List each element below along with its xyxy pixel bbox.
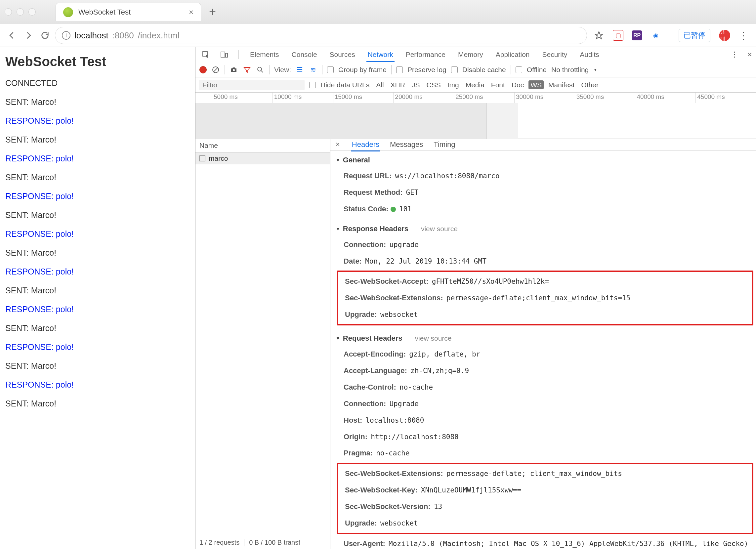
offline-label: Offline xyxy=(527,66,547,74)
devtools-close-icon[interactable]: × xyxy=(747,50,752,59)
log-line: RESPONSE: polo! xyxy=(5,380,189,390)
detail-tab-messages[interactable]: Messages xyxy=(389,139,424,150)
view-list-icon[interactable]: ☰ xyxy=(296,65,304,74)
filter-type-js[interactable]: JS xyxy=(410,80,422,89)
address-bar: i localhost:8080/index.html ▢ RP ◉ 已暂停 洪… xyxy=(0,24,756,47)
log-line: RESPONSE: polo! xyxy=(5,154,189,163)
view-source-link[interactable]: view source xyxy=(415,334,452,342)
filter-type-img[interactable]: Img xyxy=(445,80,461,89)
header-row: User-Agent: Mozilla/5.0 (Macintosh; Inte… xyxy=(330,535,756,549)
timeline-tick: 30000 ms xyxy=(514,93,575,103)
traffic-close[interactable] xyxy=(5,8,12,16)
devtools-tab-sources[interactable]: Sources xyxy=(328,48,357,61)
filter-toggle-icon[interactable] xyxy=(243,65,251,74)
devtools-tab-console[interactable]: Console xyxy=(290,48,318,61)
timeline-tick: 25000 ms xyxy=(454,93,514,103)
offline-checkbox[interactable] xyxy=(516,66,522,73)
group-by-frame-checkbox[interactable] xyxy=(327,66,334,73)
view-waterfall-icon[interactable]: ≋ xyxy=(309,65,317,74)
chrome-menu-icon[interactable]: ⋮ xyxy=(739,30,747,41)
throttling-select[interactable]: No throttling xyxy=(551,66,589,74)
bookmark-star-icon[interactable] xyxy=(594,30,604,41)
tab-close-icon[interactable]: × xyxy=(189,8,193,17)
devtools-tab-performance[interactable]: Performance xyxy=(404,48,447,61)
filter-type-doc[interactable]: Doc xyxy=(510,80,526,89)
throttling-caret-icon[interactable]: ▼ xyxy=(593,67,597,72)
clear-button[interactable] xyxy=(211,65,220,74)
log-line: SENT: Marco! xyxy=(5,323,189,333)
header-row: Date: Mon, 22 Jul 2019 10:13:44 GMT xyxy=(330,253,756,270)
devtools-menu-icon[interactable]: ⋮ xyxy=(731,50,737,59)
filter-bar: Hide data URLs AllXHRJSCSSImgMediaFontDo… xyxy=(195,77,756,93)
inspect-icon[interactable] xyxy=(201,50,210,59)
svg-rect-1 xyxy=(221,52,225,57)
preserve-log-checkbox[interactable] xyxy=(396,66,403,73)
filter-type-ws[interactable]: WS xyxy=(528,80,544,89)
timeline-tick: 10000 ms xyxy=(273,93,333,103)
reload-button[interactable] xyxy=(38,29,52,42)
filter-type-other[interactable]: Other xyxy=(579,80,601,89)
devtools-tab-security[interactable]: Security xyxy=(541,48,568,61)
detail-tab-timing[interactable]: Timing xyxy=(433,139,456,150)
url-field[interactable]: i localhost:8080/index.html xyxy=(55,27,587,44)
timeline-overview[interactable]: 5000 ms10000 ms15000 ms20000 ms25000 ms3… xyxy=(195,93,756,139)
favicon xyxy=(63,7,73,17)
paused-badge[interactable]: 已暂停 xyxy=(679,29,710,42)
hide-data-urls-checkbox[interactable] xyxy=(309,82,316,88)
filter-type-css[interactable]: CSS xyxy=(424,80,442,89)
filter-type-media[interactable]: Media xyxy=(464,80,486,89)
extension-rp-icon[interactable]: RP xyxy=(632,30,642,40)
disable-cache-checkbox[interactable] xyxy=(451,66,458,73)
device-toggle-icon[interactable] xyxy=(220,50,229,59)
devtools-tab-network[interactable]: Network xyxy=(366,48,395,62)
url-port: :8080 xyxy=(112,30,134,41)
general-section: ▼General Request URL: ws://localhost:808… xyxy=(330,150,756,219)
timeline-tick: 35000 ms xyxy=(575,93,635,103)
search-icon[interactable] xyxy=(256,65,265,74)
extension-icon-1[interactable]: ▢ xyxy=(613,30,623,41)
new-tab-button[interactable]: + xyxy=(209,5,216,19)
site-info-icon[interactable]: i xyxy=(62,31,70,40)
devtools-tab-elements[interactable]: Elements xyxy=(249,48,280,61)
timeline-tick: 5000 ms xyxy=(212,93,273,103)
detail-tab-headers[interactable]: Headers xyxy=(351,139,380,151)
separator xyxy=(670,30,670,41)
filter-type-xhr[interactable]: XHR xyxy=(389,80,407,89)
filter-type-font[interactable]: Font xyxy=(489,80,507,89)
log-line: SENT: Marco! xyxy=(5,361,189,371)
page-content: WebSocket Test CONNECTEDSENT: Marco!RESP… xyxy=(0,47,195,549)
browser-tab[interactable]: WebSocket Test × xyxy=(56,3,201,21)
network-toolbar: View: ☰ ≋ Group by frame Preserve log Di… xyxy=(195,62,756,77)
view-source-link[interactable]: view source xyxy=(421,225,458,233)
tab-title: WebSocket Test xyxy=(78,8,184,17)
name-column-header[interactable]: Name xyxy=(195,139,330,152)
record-button[interactable] xyxy=(199,66,207,73)
devtools-tab-audits[interactable]: Audits xyxy=(578,48,600,61)
traffic-zoom[interactable] xyxy=(28,8,36,16)
screenshot-icon[interactable] xyxy=(230,65,238,74)
log-line: RESPONSE: polo! xyxy=(5,342,189,352)
back-button[interactable] xyxy=(5,29,19,42)
header-row: Connection: upgrade xyxy=(330,236,756,253)
devtools-tab-memory[interactable]: Memory xyxy=(457,48,484,61)
devtools-panel: ElementsConsoleSourcesNetworkPerformance… xyxy=(195,47,756,549)
profile-avatar[interactable]: 洪则 xyxy=(719,30,730,41)
extension-icon-2[interactable]: ◉ xyxy=(651,30,661,41)
close-detail-icon[interactable]: × xyxy=(334,140,342,149)
hide-data-urls-label: Hide data URLs xyxy=(320,81,369,89)
filter-type-all[interactable]: All xyxy=(374,80,386,89)
timeline-tick: 15000 ms xyxy=(333,93,394,103)
forward-button[interactable] xyxy=(22,29,35,42)
header-row: Sec-WebSocket-Key: XNnQLuzeOUMW1fjl15Sxw… xyxy=(338,482,752,498)
transfer-size: 0 B / 100 B transf xyxy=(244,539,300,546)
log-line: SENT: Marco! xyxy=(5,399,189,408)
filter-type-manifest[interactable]: Manifest xyxy=(546,80,576,89)
filter-input[interactable] xyxy=(199,80,305,90)
log-line: SENT: Marco! xyxy=(5,173,189,182)
traffic-minimize[interactable] xyxy=(17,8,24,16)
log-line: SENT: Marco! xyxy=(5,97,189,107)
devtools-tab-application[interactable]: Application xyxy=(494,48,531,61)
request-row[interactable]: marco xyxy=(195,152,330,164)
header-row: Sec-WebSocket-Extensions: permessage-def… xyxy=(338,465,752,482)
header-row: Pragma: no-cache xyxy=(330,445,756,461)
